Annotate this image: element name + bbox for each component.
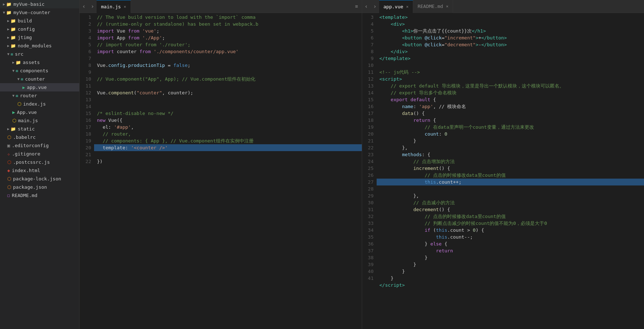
tab-close-button[interactable]: ✕ xyxy=(124,4,126,9)
sidebar-item-router[interactable]: ▼ ≡ router xyxy=(0,91,79,100)
tab-menu-button[interactable]: ≡ xyxy=(352,4,362,9)
chevron-right-icon: ▶ xyxy=(7,44,9,48)
sidebar-label: app.vue xyxy=(27,85,47,90)
sidebar-item-app-vue[interactable]: ▶ app.vue xyxy=(0,83,79,91)
sidebar-item-myvue-counter[interactable]: ▼ 📁 myVue-counter xyxy=(0,8,79,17)
sidebar-item-node-modules[interactable]: ▶ 📁 node_modules xyxy=(0,42,79,50)
sidebar-item-gitignore[interactable]: ⬦ .gitignore xyxy=(0,150,79,158)
sidebar-label: jtimg xyxy=(18,35,32,40)
sidebar-label: README.md xyxy=(12,193,37,198)
sidebar-label: assets xyxy=(23,60,40,65)
postcss-icon: ⬡ xyxy=(7,159,11,165)
chevron-down-icon: ▼ xyxy=(12,94,14,98)
folder-icon: 📁 xyxy=(10,18,16,24)
sidebar-item-counter[interactable]: ▼ ≡ counter xyxy=(0,75,79,83)
sidebar-item-readme[interactable]: ◻ README.md xyxy=(0,191,79,200)
sidebar-label: App.vue xyxy=(17,110,37,115)
left-nav-prev[interactable]: ‹ xyxy=(80,3,88,10)
editorconfig-icon: ▣ xyxy=(7,143,10,148)
chevron-right-icon: ▶ xyxy=(7,27,9,31)
folder-src-icon: ≡ xyxy=(21,77,23,82)
folder-icon: 📁 xyxy=(10,35,16,40)
js-file-icon: ⬡ xyxy=(17,101,21,107)
js-file-icon: ⬡ xyxy=(12,118,16,123)
sidebar: ▶ 📁 myVue-basic ▼ 📁 myVue-counter ▶ 📁 bu… xyxy=(0,0,80,329)
vue-file-icon: ▶ xyxy=(22,85,25,90)
right-code-area[interactable]: 3456 78910 11121314 15161718 19202122 23… xyxy=(362,13,644,329)
tab-label: README.md xyxy=(418,4,443,9)
sidebar-item-build[interactable]: ▶ 📁 build xyxy=(0,17,79,25)
json-icon: ⬡ xyxy=(7,176,11,181)
sidebar-item-postcssrc[interactable]: ⬡ .postcssrc.js xyxy=(0,158,79,166)
sidebar-item-package-json[interactable]: ⬡ package.json xyxy=(0,183,79,191)
sidebar-label: package-lock.json xyxy=(13,176,61,181)
sidebar-item-config[interactable]: ▶ 📁 config xyxy=(0,25,79,33)
tab-label: app.vue xyxy=(384,4,403,9)
sidebar-item-babelrc[interactable]: ⬡ .babelrc xyxy=(0,133,79,141)
sidebar-label: node_modules xyxy=(18,43,52,48)
left-code-area[interactable]: 1234 5678 9101112 13141516 17181920 2122… xyxy=(80,13,362,329)
sidebar-item-myvue-basic[interactable]: ▶ 📁 myVue-basic xyxy=(0,0,79,8)
sidebar-item-index-js[interactable]: ⬡ index.js xyxy=(0,100,79,108)
chevron-right-icon: ▶ xyxy=(7,127,9,131)
tab-main-js[interactable]: main.js ✕ xyxy=(97,0,131,13)
left-nav-next[interactable]: › xyxy=(88,3,97,10)
sidebar-item-assets[interactable]: ▶ 📁 assets xyxy=(0,58,79,67)
line-numbers: 3456 78910 11121314 15161718 19202122 23… xyxy=(362,13,377,329)
folder-icon: 📁 xyxy=(10,127,16,132)
git-icon: ⬦ xyxy=(7,151,10,157)
chevron-right-icon: ▶ xyxy=(12,60,14,64)
sidebar-label: counter xyxy=(25,76,45,82)
vue-file-icon: ▶ xyxy=(12,110,15,115)
folder-icon: 📁 xyxy=(10,43,16,48)
line-numbers: 1234 5678 9101112 13141516 17181920 2122 xyxy=(80,13,94,329)
right-editor-pane: ‹ › app.vue ✕ README.md ✕ 3456 78910 111… xyxy=(362,0,644,329)
sidebar-item-main-js[interactable]: ⬡ main.js xyxy=(0,116,79,125)
html-icon: ◈ xyxy=(7,168,10,173)
chevron-down-icon: ▼ xyxy=(3,10,5,14)
sidebar-label: myVue-basic xyxy=(13,1,45,7)
sidebar-label: main.js xyxy=(18,118,38,123)
tab-close-button[interactable]: ✕ xyxy=(446,4,449,9)
folder-src-icon: ≡ xyxy=(16,93,18,98)
right-nav-next[interactable]: › xyxy=(370,3,379,10)
sidebar-item-static[interactable]: ▶ 📁 static xyxy=(0,125,79,133)
chevron-right-icon: ▶ xyxy=(7,35,9,39)
left-tab-bar: ‹ › main.js ✕ ≡ xyxy=(80,0,362,13)
sidebar-item-package-lock[interactable]: ⬡ package-lock.json xyxy=(0,175,79,183)
folder-icon: 📁 xyxy=(10,27,16,32)
sidebar-item-components[interactable]: ▼ ≡ components xyxy=(0,67,79,75)
sidebar-item-jtimg[interactable]: ▶ 📁 jtimg xyxy=(0,33,79,42)
sidebar-label: src xyxy=(15,51,23,57)
folder-icon: 📁 xyxy=(16,60,21,65)
sidebar-label: package.json xyxy=(13,184,47,190)
sidebar-item-index-html[interactable]: ◈ index.html xyxy=(0,166,79,175)
sidebar-label: myVue-counter xyxy=(13,10,50,15)
editors-container: ‹ › main.js ✕ ≡ 1234 5678 9101112 131415… xyxy=(80,0,644,329)
sidebar-label: .gitignore xyxy=(12,151,40,157)
folder-src-icon: ≡ xyxy=(16,68,18,73)
sidebar-label: .editorconfig xyxy=(12,143,49,148)
right-nav-prev[interactable]: ‹ xyxy=(362,3,371,10)
tab-readme[interactable]: README.md ✕ xyxy=(413,0,453,13)
sidebar-label: .postcssrc.js xyxy=(13,159,50,165)
sidebar-label: index.js xyxy=(23,101,46,107)
chevron-right-icon: ▶ xyxy=(7,19,9,23)
sidebar-label: static xyxy=(18,126,35,132)
chevron-down-icon: ▼ xyxy=(17,77,20,81)
tab-label: main.js xyxy=(101,4,121,9)
tab-app-vue[interactable]: app.vue ✕ xyxy=(379,0,413,13)
chevron-down-icon: ▼ xyxy=(7,52,9,56)
sidebar-label: .babelrc xyxy=(13,134,36,140)
chevron-down-icon: ▼ xyxy=(12,69,14,73)
folder-src-icon: ≡ xyxy=(10,52,13,57)
folder-icon: 📁 xyxy=(6,2,12,7)
tab-close-button[interactable]: ✕ xyxy=(406,4,409,9)
sidebar-item-App-vue[interactable]: ▶ App.vue xyxy=(0,108,79,116)
left-code-content: // The Vue build version to load with th… xyxy=(94,13,362,329)
json-icon: ⬡ xyxy=(7,184,11,190)
sidebar-item-src[interactable]: ▼ ≡ src xyxy=(0,50,79,58)
folder-icon: 📁 xyxy=(6,10,12,15)
sidebar-label: index.html xyxy=(12,168,40,173)
sidebar-item-editorconfig[interactable]: ▣ .editorconfig xyxy=(0,141,79,150)
